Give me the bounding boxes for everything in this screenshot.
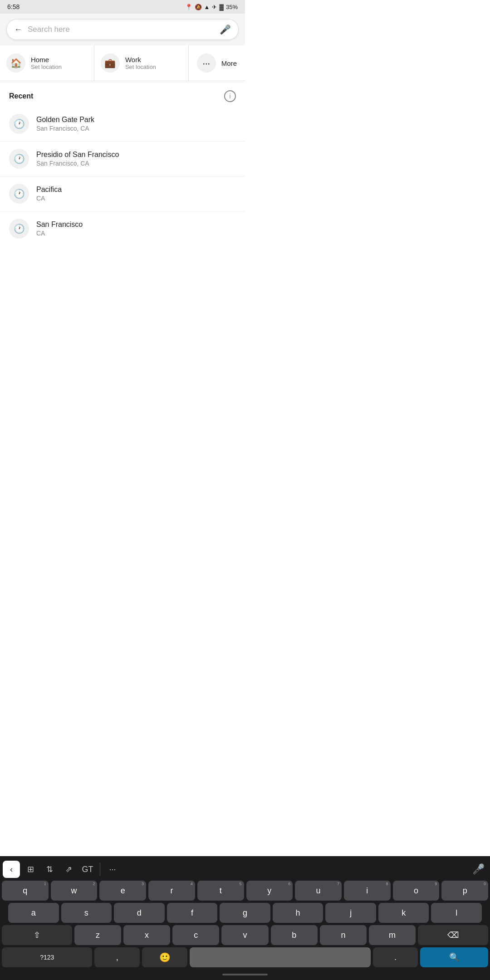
quick-access-row: 🏠 Home Set location 💼 Work Set location … xyxy=(0,45,245,81)
search-container: ← Search here 🎤 xyxy=(0,14,245,45)
status-time: 6:58 xyxy=(7,3,20,10)
clock-icon: 🕐 xyxy=(9,184,29,204)
recent-item-location: San Francisco, CA xyxy=(36,160,119,167)
work-icon: 💼 xyxy=(101,54,120,73)
home-icon: 🏠 xyxy=(6,54,25,73)
recent-item-name: Pacifica xyxy=(36,186,62,194)
airplane-mode-icon: ✈ xyxy=(212,4,217,10)
work-item-text: Work Set location xyxy=(125,56,156,70)
back-button[interactable]: ← xyxy=(14,25,22,34)
recent-item-3[interactable]: 🕐 San Francisco CA xyxy=(0,211,245,246)
recent-item-location: CA xyxy=(36,230,83,237)
battery-icon: ▓ xyxy=(219,4,223,10)
recent-header: Recent i xyxy=(0,81,245,107)
work-sublabel: Set location xyxy=(125,64,156,70)
notifications-muted-icon: 🔕 xyxy=(195,4,202,10)
recent-item-location: CA xyxy=(36,195,62,202)
more-item-text: More xyxy=(221,59,237,67)
battery-percent: 35% xyxy=(226,4,238,10)
mic-icon[interactable]: 🎤 xyxy=(220,24,231,35)
search-input[interactable]: Search here xyxy=(28,25,220,34)
status-bar: 6:58 📍 🔕 ▲ ✈ ▓ 35% xyxy=(0,0,245,14)
wifi-icon: ▲ xyxy=(204,4,210,10)
home-sublabel: Set location xyxy=(31,64,62,70)
more-quick-item[interactable]: ··· More xyxy=(189,45,245,81)
recent-item-1[interactable]: 🕐 Presidio of San Francisco San Francisc… xyxy=(0,142,245,176)
recent-item-location: San Francisco, CA xyxy=(36,125,94,132)
recent-list: 🕐 Golden Gate Park San Francisco, CA 🕐 P… xyxy=(0,107,245,246)
more-label: More xyxy=(221,59,237,67)
recent-item-2[interactable]: 🕐 Pacifica CA xyxy=(0,176,245,211)
recent-item-name: Presidio of San Francisco xyxy=(36,151,119,159)
recent-item-0[interactable]: 🕐 Golden Gate Park San Francisco, CA xyxy=(0,107,245,142)
location-icon: 📍 xyxy=(185,4,192,10)
clock-icon: 🕐 xyxy=(9,219,29,239)
recent-title: Recent xyxy=(9,92,33,100)
recent-item-name: San Francisco xyxy=(36,220,83,229)
home-quick-item[interactable]: 🏠 Home Set location xyxy=(0,45,94,81)
search-bar[interactable]: ← Search here 🎤 xyxy=(6,19,239,40)
home-label: Home xyxy=(31,56,62,64)
info-icon[interactable]: i xyxy=(224,90,236,102)
work-label: Work xyxy=(125,56,156,64)
home-item-text: Home Set location xyxy=(31,56,62,70)
status-icons: 📍 🔕 ▲ ✈ ▓ 35% xyxy=(185,4,238,10)
clock-icon: 🕐 xyxy=(9,114,29,134)
work-quick-item[interactable]: 💼 Work Set location xyxy=(94,45,189,81)
recent-item-name: Golden Gate Park xyxy=(36,116,94,124)
more-icon: ··· xyxy=(197,54,216,73)
clock-icon: 🕐 xyxy=(9,149,29,169)
